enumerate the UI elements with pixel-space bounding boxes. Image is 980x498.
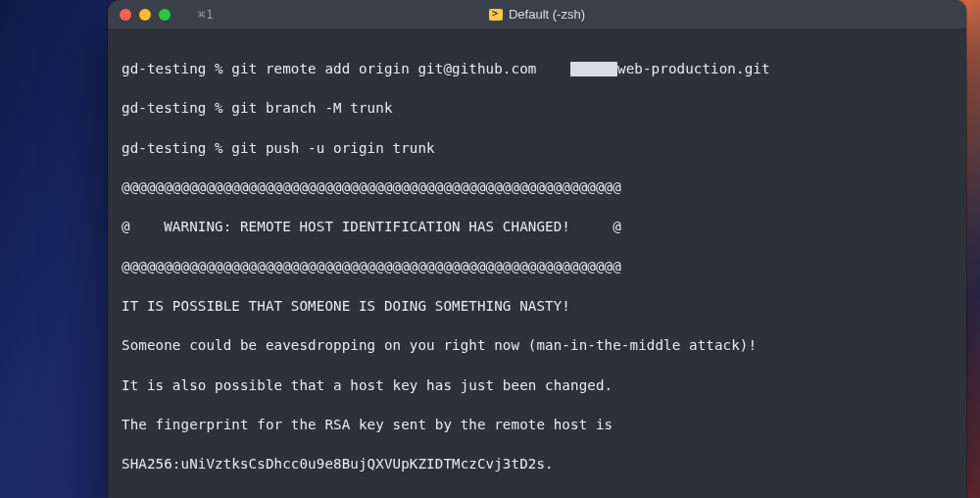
output-line: It is also possible that a host key has … [122, 375, 953, 395]
output-line: @@@@@@@@@@@@@@@@@@@@@@@@@@@@@@@@@@@@@@@@… [122, 257, 953, 276]
terminal-output[interactable]: gd-testing % git remote add origin git@g… [108, 29, 966, 498]
output-line: IT IS POSSIBLE THAT SOMEONE IS DOING SOM… [122, 296, 953, 316]
fullscreen-icon[interactable] [159, 9, 171, 21]
window-title-text: Default (-zsh) [509, 7, 585, 22]
redacted-segment [570, 62, 617, 76]
output-line: SHA256:uNiVztksCsDhcc0u9e8BujQXVUpKZIDTM… [122, 454, 953, 473]
title-bar: ⌘1 Default (-zsh) [108, 0, 966, 29]
prompt: gd-testing % [122, 100, 231, 116]
output-line: @@@@@@@@@@@@@@@@@@@@@@@@@@@@@@@@@@@@@@@@… [122, 177, 953, 197]
traffic-lights [108, 9, 171, 21]
close-icon[interactable] [120, 9, 131, 21]
output-line: The fingerprint for the RSA key sent by … [122, 415, 953, 434]
tab-indicator: ⌘1 [198, 8, 214, 22]
prompt: gd-testing % [122, 61, 231, 76]
terminal-icon [489, 9, 503, 21]
command-text: git push -u origin trunk [231, 140, 434, 156]
prompt: gd-testing % [122, 140, 231, 156]
output-line: Someone could be eavesdropping on you ri… [122, 335, 953, 355]
output-line: @ WARNING: REMOTE HOST IDENTIFICATION HA… [122, 217, 953, 236]
command-text: git branch -M trunk [231, 100, 392, 116]
window-title: Default (-zsh) [108, 7, 966, 22]
command-text: git remote add origin git@github.com [231, 61, 536, 76]
output-line: Please contact your system administrator… [122, 494, 953, 498]
terminal-window: ⌘1 Default (-zsh) gd-testing % git remot… [108, 0, 966, 498]
minimize-icon[interactable] [139, 9, 151, 21]
command-text: web-production.git [617, 61, 770, 76]
